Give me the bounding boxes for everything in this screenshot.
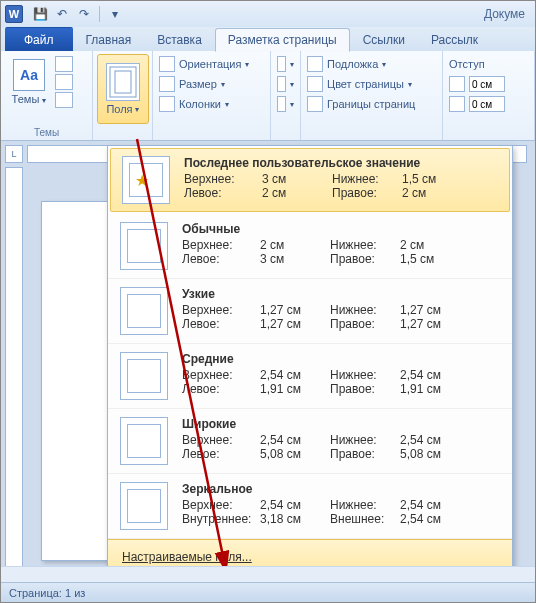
group-paragraph-indent: Отступ bbox=[443, 51, 535, 140]
margin-preset-info: ОбычныеВерхнее:2 смНижнее:2 смЛевое:3 см… bbox=[182, 222, 500, 270]
group-page-background: Подложка▾ Цвет страницы▾ Границы страниц bbox=[301, 51, 443, 140]
margin-preset-name: Средние bbox=[182, 352, 500, 366]
group-themes: Aa Темы ▾ Темы bbox=[1, 51, 93, 140]
group-title-themes: Темы bbox=[7, 125, 86, 138]
margin-preset-thumbnail bbox=[120, 417, 168, 465]
page-borders-button[interactable]: Границы страниц bbox=[307, 94, 436, 114]
title-bar: W 💾 ↶ ↷ ▾ Докуме bbox=[1, 1, 535, 27]
undo-button[interactable]: ↶ bbox=[53, 5, 71, 23]
margin-preset-item[interactable]: ШирокиеВерхнее:2,54 смНижнее:2,54 смЛево… bbox=[108, 409, 512, 474]
margin-preset-item[interactable]: УзкиеВерхнее:1,27 смНижнее:1,27 смЛевое:… bbox=[108, 279, 512, 344]
vertical-ruler[interactable] bbox=[5, 167, 23, 578]
quick-access-toolbar: 💾 ↶ ↷ ▾ bbox=[31, 5, 124, 23]
tab-insert[interactable]: Вставка bbox=[144, 27, 215, 51]
tab-page-layout[interactable]: Разметка страницы bbox=[215, 28, 350, 52]
indent-left-icon bbox=[449, 76, 465, 92]
ribbon-tabs: Файл Главная Вставка Разметка страницы С… bbox=[1, 27, 535, 51]
indent-right-input[interactable] bbox=[469, 96, 505, 112]
redo-button[interactable]: ↷ bbox=[75, 5, 93, 23]
status-bar: Страница: 1 из bbox=[1, 582, 535, 602]
window-title: Докуме bbox=[128, 7, 531, 21]
chevron-down-icon: ▾ bbox=[221, 80, 225, 89]
indent-right-icon bbox=[449, 96, 465, 112]
group-page-setup-margins: Поля ▾ bbox=[93, 51, 153, 140]
group-breaks: ▾ ▾ ▾ bbox=[271, 51, 301, 140]
page-color-icon bbox=[307, 76, 323, 92]
margin-preset-name: Последнее пользовательское значение bbox=[184, 156, 498, 170]
ribbon: Aa Темы ▾ Темы Поля ▾ Ориентация▾ bbox=[1, 51, 535, 141]
margin-preset-name: Узкие bbox=[182, 287, 500, 301]
margin-preset-item[interactable]: СредниеВерхнее:2,54 смНижнее:2,54 смЛево… bbox=[108, 344, 512, 409]
margin-preset-name: Зеркальное bbox=[182, 482, 500, 496]
theme-colors-button[interactable] bbox=[55, 56, 73, 72]
margins-label: Поля bbox=[106, 103, 132, 115]
tab-file[interactable]: Файл bbox=[5, 27, 73, 51]
page-color-button[interactable]: Цвет страницы▾ bbox=[307, 74, 436, 94]
margins-icon bbox=[106, 63, 140, 101]
margin-preset-thumbnail bbox=[122, 156, 170, 204]
tab-mailings[interactable]: Рассылк bbox=[418, 27, 491, 51]
watermark-button[interactable]: Подложка▾ bbox=[307, 54, 436, 74]
margin-preset-thumbnail bbox=[120, 352, 168, 400]
margin-preset-info: ШирокиеВерхнее:2,54 смНижнее:2,54 смЛево… bbox=[182, 417, 500, 465]
margin-preset-thumbnail bbox=[120, 287, 168, 335]
ruler-corner[interactable]: L bbox=[5, 145, 23, 163]
hyphenation-button[interactable] bbox=[277, 96, 286, 112]
word-app-icon: W bbox=[5, 5, 23, 23]
margin-preset-item[interactable]: ЗеркальноеВерхнее:2,54 смНижнее:2,54 смВ… bbox=[108, 474, 512, 539]
theme-effects-button[interactable] bbox=[55, 92, 73, 108]
columns-icon bbox=[159, 96, 175, 112]
orientation-button[interactable]: Ориентация▾ bbox=[159, 54, 264, 74]
margin-preset-name: Обычные bbox=[182, 222, 500, 236]
themes-button[interactable]: Aa Темы ▾ bbox=[7, 54, 51, 110]
themes-icon: Aa bbox=[13, 59, 45, 91]
app-window: W 💾 ↶ ↷ ▾ Докуме Файл Главная Вставка Ра… bbox=[0, 0, 536, 603]
margins-button[interactable]: Поля ▾ bbox=[97, 54, 149, 124]
indent-label: Отступ bbox=[449, 58, 485, 70]
save-button[interactable]: 💾 bbox=[31, 5, 49, 23]
horizontal-scrollbar[interactable] bbox=[1, 566, 535, 582]
qat-customize-button[interactable]: ▾ bbox=[106, 5, 124, 23]
status-page: Страница: 1 из bbox=[9, 587, 85, 599]
tab-home[interactable]: Главная bbox=[73, 27, 145, 51]
watermark-icon bbox=[307, 56, 323, 72]
orientation-icon bbox=[159, 56, 175, 72]
chevron-down-icon: ▾ bbox=[245, 60, 249, 69]
group-page-setup: Ориентация▾ Размер▾ Колонки▾ bbox=[153, 51, 271, 140]
page-borders-icon bbox=[307, 96, 323, 112]
size-button[interactable]: Размер▾ bbox=[159, 74, 264, 94]
line-numbers-button[interactable] bbox=[277, 76, 286, 92]
indent-right-row bbox=[449, 94, 528, 114]
margin-preset-thumbnail bbox=[120, 482, 168, 530]
indent-left-input[interactable] bbox=[469, 76, 505, 92]
margin-preset-info: СредниеВерхнее:2,54 смНижнее:2,54 смЛево… bbox=[182, 352, 500, 400]
indent-left-row bbox=[449, 74, 528, 94]
chevron-down-icon: ▾ bbox=[42, 96, 46, 105]
chevron-down-icon: ▾ bbox=[225, 100, 229, 109]
chevron-down-icon: ▾ bbox=[135, 105, 139, 114]
themes-label: Темы bbox=[12, 93, 40, 105]
margin-preset-name: Широкие bbox=[182, 417, 500, 431]
columns-button[interactable]: Колонки▾ bbox=[159, 94, 264, 114]
chevron-down-icon: ▾ bbox=[382, 60, 386, 69]
margin-preset-info: ЗеркальноеВерхнее:2,54 смНижнее:2,54 смВ… bbox=[182, 482, 500, 530]
theme-fonts-button[interactable] bbox=[55, 74, 73, 90]
breaks-button[interactable] bbox=[277, 56, 286, 72]
margin-preset-thumbnail bbox=[120, 222, 168, 270]
margin-preset-item[interactable]: ОбычныеВерхнее:2 смНижнее:2 смЛевое:3 см… bbox=[108, 214, 512, 279]
chevron-down-icon: ▾ bbox=[408, 80, 412, 89]
margin-preset-info: Последнее пользовательское значениеВерхн… bbox=[184, 156, 498, 204]
margin-preset-info: УзкиеВерхнее:1,27 смНижнее:1,27 смЛевое:… bbox=[182, 287, 500, 335]
size-icon bbox=[159, 76, 175, 92]
margin-preset-item[interactable]: Последнее пользовательское значениеВерхн… bbox=[110, 148, 510, 212]
tab-references[interactable]: Ссылки bbox=[350, 27, 418, 51]
qat-separator bbox=[99, 6, 100, 22]
margins-dropdown-panel: Последнее пользовательское значениеВерхн… bbox=[107, 145, 513, 575]
